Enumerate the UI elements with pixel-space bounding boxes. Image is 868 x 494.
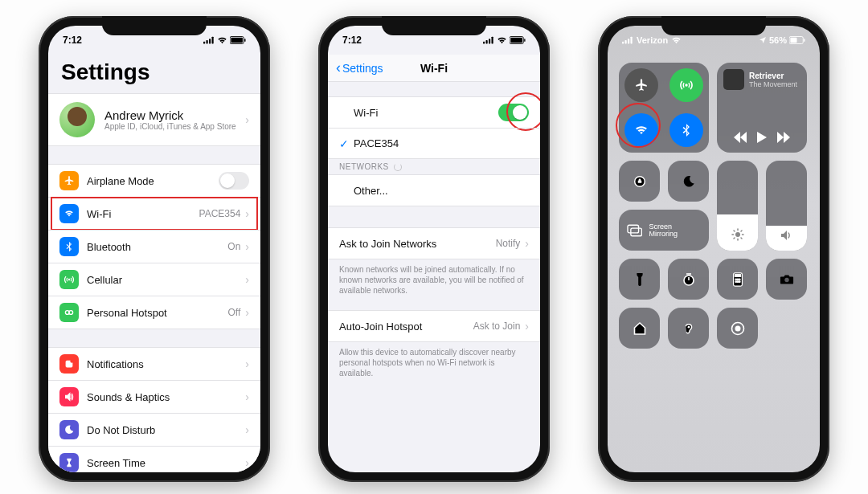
- svg-rect-24: [622, 42, 624, 44]
- screentime-row[interactable]: Screen Time ›: [48, 446, 260, 472]
- album-art: [723, 69, 744, 90]
- profile-group: Andrew Myrick Apple ID, iCloud, iTunes &…: [48, 93, 260, 146]
- svg-point-52: [737, 280, 739, 282]
- location-icon: [759, 36, 767, 44]
- sounds-icon: [59, 387, 79, 406]
- svg-rect-26: [628, 39, 629, 43]
- cellular-toggle[interactable]: [669, 68, 703, 102]
- svg-line-41: [741, 231, 742, 231]
- settings-screen: 7:12 Settings Andrew Myrick Apple ID, iC…: [48, 26, 260, 472]
- svg-rect-19: [489, 39, 490, 43]
- signal-icon: [622, 36, 633, 44]
- profile-row[interactable]: Andrew Myrick Apple ID, iCloud, iTunes &…: [48, 94, 260, 145]
- ask-footer: Known networks will be joined automatica…: [328, 259, 540, 296]
- chevron-right-icon: ›: [525, 237, 529, 250]
- svg-rect-30: [804, 39, 805, 42]
- airplane-toggle[interactable]: [624, 68, 658, 102]
- hotspot-row[interactable]: Personal Hotspot Off ›: [48, 296, 260, 329]
- chevron-right-icon: ›: [245, 240, 249, 253]
- checkmark-icon: ✓: [339, 137, 354, 150]
- row-value: On: [227, 241, 240, 252]
- screen-record-button[interactable]: [717, 308, 758, 349]
- row-value: Off: [228, 307, 241, 318]
- media-panel[interactable]: Retriever The Movement: [717, 63, 807, 153]
- hearing-button[interactable]: [668, 308, 709, 349]
- connected-network-row[interactable]: ✓ PACE354: [328, 128, 540, 158]
- airplane-icon: [59, 171, 79, 190]
- back-button[interactable]: ‹ Settings: [328, 59, 383, 76]
- row-value: Ask to Join: [473, 320, 521, 332]
- notifications-icon: [59, 354, 79, 374]
- status-right: 56%: [759, 35, 805, 45]
- signal-icon: [203, 36, 215, 44]
- wifi-toggle-row[interactable]: Wi-Fi: [328, 97, 540, 128]
- screen-mirroring-button[interactable]: Screen Mirroring: [619, 210, 709, 251]
- wifi-toggle[interactable]: [498, 104, 529, 121]
- home-button[interactable]: [619, 308, 660, 349]
- svg-line-39: [734, 231, 735, 231]
- notch: [102, 16, 207, 35]
- next-button[interactable]: [777, 132, 790, 146]
- svg-rect-5: [231, 38, 243, 43]
- calculator-button[interactable]: [717, 259, 758, 300]
- dnd-button[interactable]: [668, 161, 709, 202]
- header-text: Networks: [339, 162, 389, 171]
- chevron-right-icon: ›: [245, 273, 249, 286]
- wifi-toggle[interactable]: [624, 113, 658, 147]
- avatar: [59, 102, 95, 137]
- bluetooth-toggle[interactable]: [669, 113, 703, 147]
- volume-slider[interactable]: [766, 161, 807, 251]
- auto-footer: Allow this device to automatically disco…: [328, 342, 540, 378]
- row-label: Auto-Join Hotspot: [339, 320, 422, 333]
- svg-point-48: [735, 279, 736, 280]
- orientation-lock-button[interactable]: [619, 161, 660, 202]
- chevron-right-icon: ›: [245, 306, 249, 319]
- row-label: Sounds & Haptics: [87, 391, 170, 403]
- flashlight-button[interactable]: [619, 259, 660, 300]
- other-network-row[interactable]: Other...: [328, 175, 540, 206]
- status-right: [203, 36, 246, 44]
- mirror-icon: [627, 224, 642, 237]
- svg-rect-27: [631, 37, 633, 44]
- svg-rect-22: [510, 38, 522, 43]
- svg-point-49: [737, 279, 739, 280]
- media-title: Retriever: [749, 71, 797, 80]
- row-label: Wi-Fi: [354, 107, 378, 119]
- signal-icon: [483, 36, 494, 44]
- timer-button[interactable]: [668, 259, 709, 300]
- play-button[interactable]: [756, 132, 768, 146]
- ask-row[interactable]: Ask to Join Networks Notify ›: [328, 228, 540, 259]
- bluetooth-row[interactable]: Bluetooth On ›: [48, 230, 260, 263]
- media-artist: The Movement: [749, 80, 797, 88]
- profile-sub: Apple ID, iCloud, iTunes & App Store: [104, 122, 240, 131]
- airplane-toggle[interactable]: [219, 172, 249, 190]
- svg-rect-17: [483, 42, 485, 44]
- mirror-label: Screen Mirroring: [649, 223, 701, 238]
- notifications-row[interactable]: Notifications ›: [48, 348, 260, 380]
- camera-button[interactable]: [766, 259, 807, 300]
- nav-bar: ‹ Settings Wi-Fi: [328, 55, 540, 82]
- row-label: Screen Time: [87, 457, 145, 469]
- cellular-row[interactable]: Cellular ›: [48, 263, 260, 296]
- chevron-right-icon: ›: [245, 423, 249, 436]
- wifi-toggle-group: Wi-Fi ✓ PACE354: [328, 96, 540, 159]
- dnd-row[interactable]: Do Not Disturb ›: [48, 413, 260, 446]
- sounds-row[interactable]: Sounds & Haptics ›: [48, 380, 260, 413]
- prev-button[interactable]: [734, 132, 747, 146]
- chevron-right-icon: ›: [245, 207, 249, 220]
- brightness-slider[interactable]: [717, 161, 758, 251]
- airplane-mode-row[interactable]: Airplane Mode: [48, 165, 260, 197]
- row-label: Wi-Fi: [87, 208, 111, 220]
- svg-rect-25: [625, 40, 627, 43]
- chevron-right-icon: ›: [245, 357, 249, 370]
- bluetooth-icon: [59, 237, 79, 256]
- auto-row[interactable]: Auto-Join Hotspot Ask to Join ›: [328, 311, 540, 341]
- svg-point-34: [735, 232, 740, 237]
- wifi-row[interactable]: Wi-Fi PACE354 ›: [48, 197, 260, 230]
- svg-rect-6: [244, 39, 245, 42]
- svg-rect-3: [212, 37, 214, 44]
- connectivity-panel[interactable]: [619, 63, 709, 153]
- svg-rect-32: [628, 225, 639, 233]
- screentime-icon: [59, 453, 79, 472]
- row-label: Cellular: [87, 274, 122, 286]
